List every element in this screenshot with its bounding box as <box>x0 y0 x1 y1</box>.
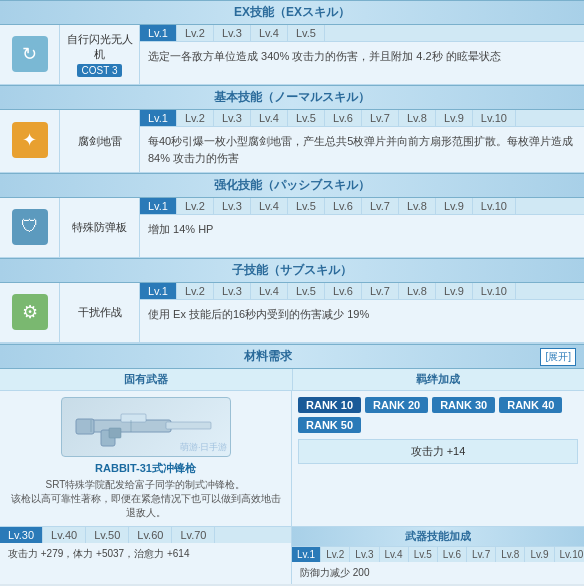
ex-skill-section: EX技能（EXスキル） ↻ 自行闪光无人机 COST 3 Lv.1 Lv.2 L… <box>0 0 584 85</box>
materials-header: 材料需求 <box>0 345 536 368</box>
rank-badge-40[interactable]: RANK 40 <box>499 397 562 413</box>
passive-skill-header: 强化技能（パッシブスキル） <box>0 173 584 198</box>
weapon-lv-column: Lv.30 Lv.40 Lv.50 Lv.60 Lv.70 攻击力 +279，体… <box>0 527 292 584</box>
rank-col-header: 羁绊加成 <box>293 369 585 390</box>
watermark: 萌游·日手游 <box>180 441 228 454</box>
passive-skill-tab-lv10[interactable]: Lv.10 <box>473 198 516 214</box>
sub-skill-tab-lv3[interactable]: Lv.3 <box>214 283 251 299</box>
passive-skill-desc: 增加 14% HP <box>140 215 584 257</box>
basic-skill-tab-lv5[interactable]: Lv.5 <box>288 110 325 126</box>
basic-skill-desc: 每40秒引爆一枚小型腐剑地雷，产生总共5枚弹片并向前方扇形范围扩散。每枚弹片造成… <box>140 127 584 172</box>
basic-skill-tab-lv9[interactable]: Lv.9 <box>436 110 473 126</box>
ex-skill-name: 自行闪光无人机 <box>64 32 135 62</box>
ex-skill-cost-badge: COST 3 <box>77 64 123 77</box>
basic-skill-tab-lv2[interactable]: Lv.2 <box>177 110 214 126</box>
basic-skill-icon-cell: ✦ <box>0 110 60 172</box>
rank-badge-10[interactable]: RANK 10 <box>298 397 361 413</box>
skill-boost-tab-lv1[interactable]: Lv.1 <box>292 547 321 562</box>
sub-skill-tab-lv5[interactable]: Lv.5 <box>288 283 325 299</box>
ex-skill-desc: 选定一各敌方单位造成 340% 攻击力的伤害，并且附加 4.2秒 的眩晕状态 <box>140 42 584 84</box>
basic-skill-levels: Lv.1 Lv.2 Lv.3 Lv.4 Lv.5 Lv.6 Lv.7 Lv.8 … <box>140 110 584 172</box>
skill-boost-column: 武器技能加成 Lv.1 Lv.2 Lv.3 Lv.4 Lv.5 Lv.6 Lv.… <box>292 527 584 584</box>
skill-boost-tab-lv10[interactable]: Lv.10 <box>555 547 584 562</box>
skill-boost-tab-lv4[interactable]: Lv.4 <box>380 547 409 562</box>
weapon-lv-tab-70[interactable]: Lv.70 <box>172 527 215 543</box>
skill-boost-tab-lv5[interactable]: Lv.5 <box>409 547 438 562</box>
basic-skill-icon: ✦ <box>12 122 48 158</box>
sub-skill-levels: Lv.1 Lv.2 Lv.3 Lv.4 Lv.5 Lv.6 Lv.7 Lv.8 … <box>140 283 584 342</box>
skill-boost-tab-lv9[interactable]: Lv.9 <box>525 547 554 562</box>
expand-button[interactable]: [展开] <box>540 348 576 366</box>
rank-effect: 攻击力 +14 <box>298 439 578 464</box>
weapon-lv-desc: 攻击力 +279，体力 +5037，治愈力 +614 <box>0 543 291 565</box>
svg-rect-1 <box>166 422 211 429</box>
passive-skill-tab-lv8[interactable]: Lv.8 <box>399 198 436 214</box>
ex-skill-icon: ↻ <box>12 36 48 72</box>
sub-skill-tab-lv10[interactable]: Lv.10 <box>473 283 516 299</box>
weapon-col-header: 固有武器 <box>0 369 293 390</box>
weapon-lv-tab-50[interactable]: Lv.50 <box>86 527 129 543</box>
basic-skill-tab-lv10[interactable]: Lv.10 <box>473 110 516 126</box>
basic-skill-tab-lv7[interactable]: Lv.7 <box>362 110 399 126</box>
skill-boost-tab-lv7[interactable]: Lv.7 <box>467 547 496 562</box>
svg-rect-3 <box>76 419 94 434</box>
passive-skill-levels: Lv.1 Lv.2 Lv.3 Lv.4 Lv.5 Lv.6 Lv.7 Lv.8 … <box>140 198 584 257</box>
ex-skill-tab-lv4[interactable]: Lv.4 <box>251 25 288 41</box>
sub-skill-tab-lv1[interactable]: Lv.1 <box>140 283 177 299</box>
basic-skill-section: 基本技能（ノーマルスキル） ✦ 腐剑地雷 Lv.1 Lv.2 Lv.3 Lv.4… <box>0 85 584 173</box>
ex-skill-icon-cell: ↻ <box>0 25 60 84</box>
ex-skill-tab-lv3[interactable]: Lv.3 <box>214 25 251 41</box>
sub-skill-name: 干扰作战 <box>78 305 122 320</box>
passive-skill-tab-lv5[interactable]: Lv.5 <box>288 198 325 214</box>
sub-skill-tab-lv4[interactable]: Lv.4 <box>251 283 288 299</box>
materials-col-headers: 固有武器 羁绊加成 <box>0 369 584 391</box>
skill-boost-tab-lv3[interactable]: Lv.3 <box>350 547 379 562</box>
passive-skill-tab-lv1[interactable]: Lv.1 <box>140 198 177 214</box>
basic-skill-tab-lv3[interactable]: Lv.3 <box>214 110 251 126</box>
sub-skill-tab-lv9[interactable]: Lv.9 <box>436 283 473 299</box>
ex-skill-tab-lv2[interactable]: Lv.2 <box>177 25 214 41</box>
weapon-lv-tab-60[interactable]: Lv.60 <box>129 527 172 543</box>
basic-skill-header: 基本技能（ノーマルスキル） <box>0 85 584 110</box>
weapon-column: 萌游·日手游 RABBIT-31式冲锋枪 SRT特殊学院配发给富子同学的制式冲锋… <box>0 391 292 526</box>
rank-badge-20[interactable]: RANK 20 <box>365 397 428 413</box>
skill-boost-tab-lv8[interactable]: Lv.8 <box>496 547 525 562</box>
passive-skill-tab-lv6[interactable]: Lv.6 <box>325 198 362 214</box>
ex-skill-tabs: Lv.1 Lv.2 Lv.3 Lv.4 Lv.5 <box>140 25 584 42</box>
rank-badge-30[interactable]: RANK 30 <box>432 397 495 413</box>
basic-skill-tab-lv8[interactable]: Lv.8 <box>399 110 436 126</box>
passive-skill-tab-lv4[interactable]: Lv.4 <box>251 198 288 214</box>
rank-badges: RANK 10 RANK 20 RANK 30 RANK 40 RANK 50 <box>298 397 578 433</box>
skill-boost-tab-lv2[interactable]: Lv.2 <box>321 547 350 562</box>
weapon-lv-tabs: Lv.30 Lv.40 Lv.50 Lv.60 Lv.70 <box>0 527 291 543</box>
skill-boost-tab-lv6[interactable]: Lv.6 <box>438 547 467 562</box>
basic-skill-tab-lv6[interactable]: Lv.6 <box>325 110 362 126</box>
sub-skill-tab-lv7[interactable]: Lv.7 <box>362 283 399 299</box>
basic-skill-tab-lv4[interactable]: Lv.4 <box>251 110 288 126</box>
ex-skill-tab-lv1[interactable]: Lv.1 <box>140 25 177 41</box>
weapon-lv-tab-40[interactable]: Lv.40 <box>43 527 86 543</box>
skill-boost-tabs: Lv.1 Lv.2 Lv.3 Lv.4 Lv.5 Lv.6 Lv.7 Lv.8 … <box>292 547 584 562</box>
sub-skill-header: 子技能（サブスキル） <box>0 258 584 283</box>
ex-skill-row: ↻ 自行闪光无人机 COST 3 Lv.1 Lv.2 Lv.3 Lv.4 Lv.… <box>0 25 584 85</box>
ex-skill-header: EX技能（EXスキル） <box>0 0 584 25</box>
weapon-lv-tab-30[interactable]: Lv.30 <box>0 527 43 543</box>
svg-rect-4 <box>121 414 146 422</box>
basic-skill-tab-lv1[interactable]: Lv.1 <box>140 110 177 126</box>
passive-skill-tab-lv9[interactable]: Lv.9 <box>436 198 473 214</box>
basic-skill-row: ✦ 腐剑地雷 Lv.1 Lv.2 Lv.3 Lv.4 Lv.5 Lv.6 Lv.… <box>0 110 584 173</box>
sub-skill-tab-lv6[interactable]: Lv.6 <box>325 283 362 299</box>
passive-skill-row: 🛡 特殊防弹板 Lv.1 Lv.2 Lv.3 Lv.4 Lv.5 Lv.6 Lv… <box>0 198 584 258</box>
rank-column: RANK 10 RANK 20 RANK 30 RANK 40 RANK 50 … <box>292 391 584 526</box>
passive-skill-tab-lv2[interactable]: Lv.2 <box>177 198 214 214</box>
weapon-level-section: Lv.30 Lv.40 Lv.50 Lv.60 Lv.70 攻击力 +279，体… <box>0 526 584 584</box>
sub-skill-name-cell: 干扰作战 <box>60 283 140 342</box>
basic-skill-tabs: Lv.1 Lv.2 Lv.3 Lv.4 Lv.5 Lv.6 Lv.7 Lv.8 … <box>140 110 584 127</box>
passive-skill-tab-lv3[interactable]: Lv.3 <box>214 198 251 214</box>
sub-skill-tab-lv2[interactable]: Lv.2 <box>177 283 214 299</box>
passive-skill-tab-lv7[interactable]: Lv.7 <box>362 198 399 214</box>
rank-badge-50[interactable]: RANK 50 <box>298 417 361 433</box>
basic-skill-name-cell: 腐剑地雷 <box>60 110 140 172</box>
ex-skill-tab-lv5[interactable]: Lv.5 <box>288 25 325 41</box>
sub-skill-tab-lv8[interactable]: Lv.8 <box>399 283 436 299</box>
